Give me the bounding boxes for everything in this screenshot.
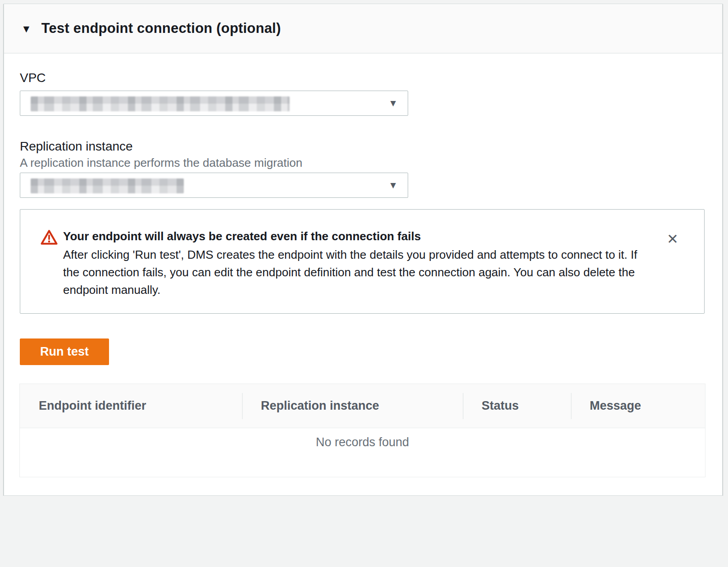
close-icon: ✕ <box>667 231 678 247</box>
vpc-select[interactable]: ▼ <box>20 91 408 116</box>
vpc-selected-value-redacted <box>31 96 290 111</box>
chevron-down-icon: ▼ <box>388 98 398 108</box>
vpc-label: VPC <box>20 70 46 86</box>
replication-instance-selected-value-redacted <box>31 178 184 193</box>
test-results-table: Endpoint identifier Replication instance… <box>19 384 705 477</box>
column-header-replication-instance: Replication instance <box>242 399 463 413</box>
panel-title: Test endpoint connection (optional) <box>41 20 281 37</box>
wizard-footer: Cancel Create endpoint <box>0 496 728 567</box>
chevron-down-icon: ▼ <box>388 180 398 190</box>
column-header-message: Message <box>571 399 705 413</box>
table-empty-state: No records found <box>20 428 705 477</box>
test-endpoint-panel: ▼ Test endpoint connection (optional) VP… <box>4 4 723 496</box>
run-test-button[interactable]: Run test <box>20 338 109 365</box>
replication-instance-select[interactable]: ▼ <box>20 173 408 198</box>
panel-header[interactable]: ▼ Test endpoint connection (optional) <box>4 4 722 54</box>
warning-title: Your endpoint will always be created eve… <box>63 229 649 244</box>
table-header-row: Endpoint identifier Replication instance… <box>20 384 705 428</box>
collapse-caret-icon[interactable]: ▼ <box>21 24 32 34</box>
warning-body: After clicking 'Run test', DMS creates t… <box>63 246 649 299</box>
dismiss-warning-button[interactable]: ✕ <box>663 229 682 249</box>
page: ▼ Test endpoint connection (optional) VP… <box>0 0 728 567</box>
column-header-endpoint-identifier: Endpoint identifier <box>20 399 242 413</box>
warning-banner: Your endpoint will always be created eve… <box>20 209 705 314</box>
warning-triangle-icon <box>41 229 58 247</box>
column-header-status: Status <box>463 399 571 413</box>
replication-instance-label: Replication instance <box>20 139 133 154</box>
replication-instance-description: A replication instance performs the data… <box>20 156 302 169</box>
